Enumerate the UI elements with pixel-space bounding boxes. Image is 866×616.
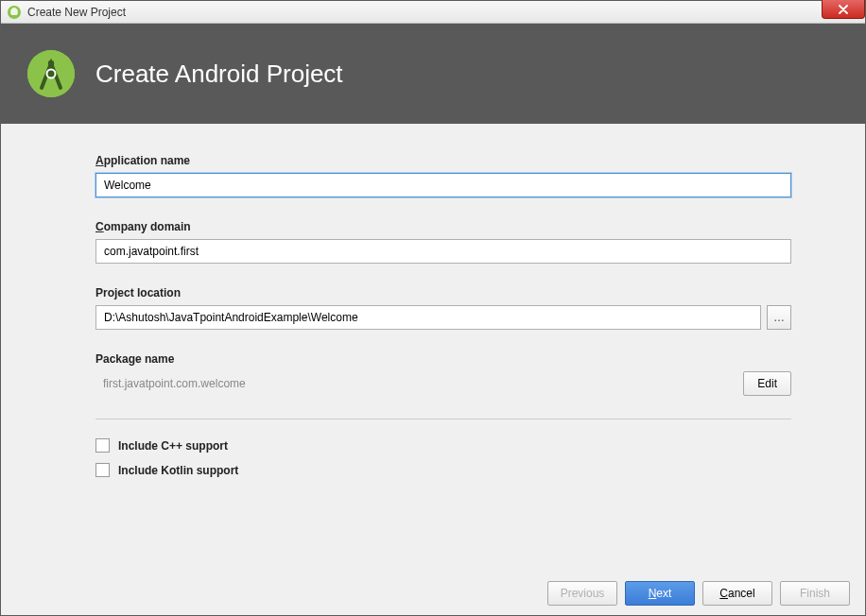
titlebar: Create New Project [1,1,865,24]
svg-rect-2 [17,9,18,14]
close-icon [838,5,849,14]
svg-point-4 [48,60,54,66]
next-button[interactable]: Next [625,581,695,606]
application-name-label: Application name [95,154,791,167]
svg-rect-1 [10,9,11,14]
kotlin-support-row: Include Kotlin support [95,463,791,477]
wizard-title: Create Android Project [95,60,343,89]
package-name-label: Package name [95,352,791,366]
project-location-input[interactable] [95,305,761,330]
previous-button: Previous [547,581,617,606]
wizard-window: Create New Project Create Android Projec… [0,0,866,616]
app-icon [7,5,22,20]
wizard-footer: Previous Next Cancel Finish [1,572,865,615]
package-name-value: first.javatpoint.com.welcome [95,377,246,390]
kotlin-support-checkbox[interactable] [95,463,110,477]
cpp-support-row: Include C++ support [95,438,791,453]
window-title: Create New Project [27,6,126,19]
application-name-input[interactable] [95,173,791,197]
application-name-group: Application name [95,154,791,197]
android-studio-icon [27,50,75,97]
wizard-content: Application name Company domain Project … [1,124,865,572]
company-domain-group: Company domain [95,220,791,264]
finish-button: Finish [780,581,850,606]
project-location-group: Project location … [95,286,791,330]
wizard-header: Create Android Project [1,24,865,124]
project-location-label: Project location [95,286,791,299]
close-button[interactable] [822,0,865,19]
company-domain-input[interactable] [95,239,791,264]
package-name-group: Package name first.javatpoint.com.welcom… [95,352,791,396]
cpp-support-checkbox[interactable] [95,438,110,453]
browse-button[interactable]: … [767,305,791,330]
edit-package-button[interactable]: Edit [743,371,791,396]
company-domain-label: Company domain [95,220,791,233]
svg-point-6 [48,71,55,77]
divider [95,419,791,419]
kotlin-support-label[interactable]: Include Kotlin support [118,464,238,477]
cpp-support-label[interactable]: Include C++ support [118,439,228,453]
cancel-button[interactable]: Cancel [702,581,772,606]
